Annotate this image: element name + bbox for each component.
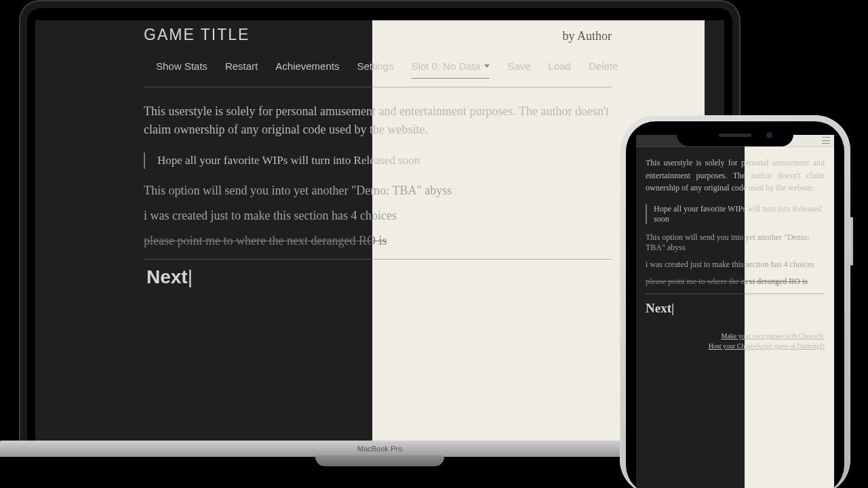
choice-option-3-disabled: please point me to where the next derang… <box>646 277 825 287</box>
nav-restart[interactable]: Restart <box>225 60 258 79</box>
save-slot-label: Slot 0: No Data <box>412 60 481 72</box>
chevron-down-icon <box>484 64 490 68</box>
choice-option-2[interactable]: i was created just to make this section … <box>144 209 612 223</box>
iphone-camera <box>766 132 772 138</box>
choice-option-2[interactable]: i was created just to make this section … <box>646 260 825 270</box>
next-label: Next <box>646 301 671 315</box>
divider <box>646 293 825 294</box>
footer-link-host-game[interactable]: Host your ChoiceScript game at DashingD <box>646 341 825 351</box>
phone-app: This userstyle is solely for personal am… <box>636 135 834 488</box>
intro-paragraph: This userstyle is solely for personal am… <box>646 157 825 195</box>
nav-achievements[interactable]: Achievements <box>275 60 339 79</box>
divider <box>144 87 612 87</box>
next-label: Next <box>146 266 188 287</box>
iphone-side-button <box>850 217 853 266</box>
iphone-bezel: This userstyle is solely for personal am… <box>626 121 844 488</box>
nav-bar: Show Stats Restart Achievements Settings… <box>156 60 612 79</box>
nav-save[interactable]: Save <box>507 60 530 79</box>
iphone-screen: This userstyle is solely for personal am… <box>636 135 834 488</box>
intro-paragraph: This userstyle is solely for personal am… <box>144 102 612 139</box>
footer-link-make-games[interactable]: Make your own games with ChoiceSc <box>646 331 825 341</box>
macbook-hinge-notch <box>315 455 444 466</box>
nav-show-stats[interactable]: Show Stats <box>156 60 208 79</box>
iphone-device: This userstyle is solely for personal am… <box>620 115 850 488</box>
game-title: GAME TITLE <box>144 26 250 44</box>
quote-block: Hope all your favorite WIPs will turn in… <box>646 204 825 224</box>
content-column: GAME TITLE by Author Show Stats Restart … <box>144 20 612 288</box>
nav-settings[interactable]: Settings <box>357 60 393 79</box>
text-cursor-icon: | <box>188 266 193 287</box>
choice-option-1[interactable]: This option will send you into yet anoth… <box>144 184 612 198</box>
save-slot-dropdown[interactable]: Slot 0: No Data <box>412 60 490 79</box>
nav-delete[interactable]: Delete <box>589 60 618 79</box>
next-button[interactable]: Next| <box>146 266 612 288</box>
quote-block: Hope all your favorite WIPs will turn in… <box>144 152 612 169</box>
footer-links: Make your own games with ChoiceSc Host y… <box>646 331 825 351</box>
text-cursor-icon: | <box>671 301 674 315</box>
iphone-speaker <box>719 134 751 137</box>
iphone-notch <box>677 127 793 146</box>
choice-option-3-disabled: please point me to where the next derang… <box>144 234 612 248</box>
header-row: GAME TITLE by Author <box>144 26 612 44</box>
byline: by Author <box>562 29 612 43</box>
next-button[interactable]: Next| <box>646 301 825 316</box>
choice-option-1[interactable]: This option will send you into yet anoth… <box>646 232 825 253</box>
nav-load[interactable]: Load <box>549 60 571 79</box>
menu-icon[interactable] <box>822 137 830 144</box>
phone-content: This userstyle is solely for personal am… <box>646 157 825 351</box>
divider <box>144 259 612 260</box>
